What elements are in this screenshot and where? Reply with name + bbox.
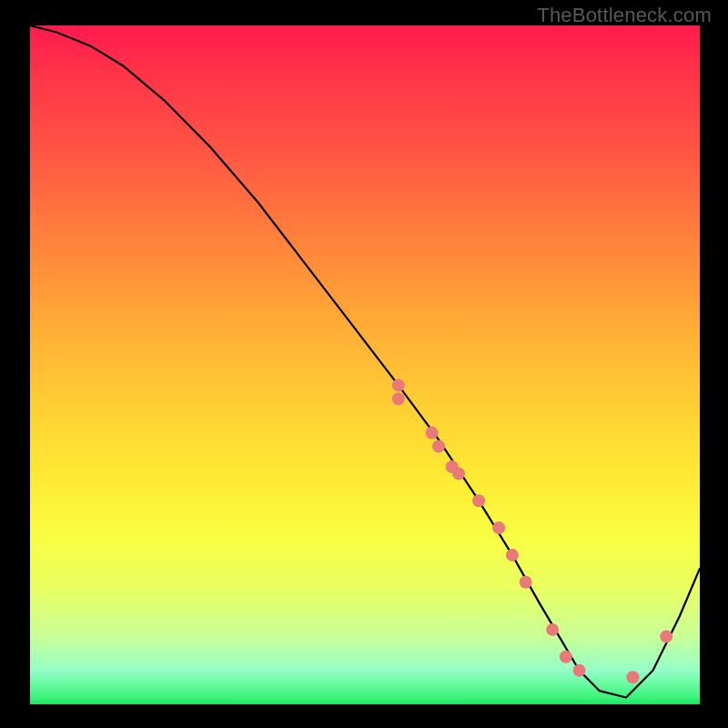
highlight-point (560, 651, 572, 663)
highlight-point (392, 392, 405, 405)
highlight-point (452, 467, 465, 480)
bottleneck-curve (30, 25, 700, 698)
curve-svg (30, 25, 700, 704)
highlight-point (546, 623, 559, 636)
highlight-point (506, 549, 519, 561)
chart-container: TheBottleneck.com (0, 0, 728, 728)
highlight-point (392, 379, 405, 391)
highlight-point (492, 521, 505, 534)
highlight-point (573, 664, 586, 677)
watermark-text: TheBottleneck.com (537, 4, 712, 27)
highlight-point (626, 671, 639, 683)
highlight-point (472, 494, 485, 507)
highlight-points (392, 379, 672, 683)
highlight-point (520, 576, 532, 589)
highlight-point (660, 630, 672, 642)
highlight-point (432, 440, 445, 453)
highlight-point (426, 427, 439, 440)
plot-area (30, 25, 700, 704)
